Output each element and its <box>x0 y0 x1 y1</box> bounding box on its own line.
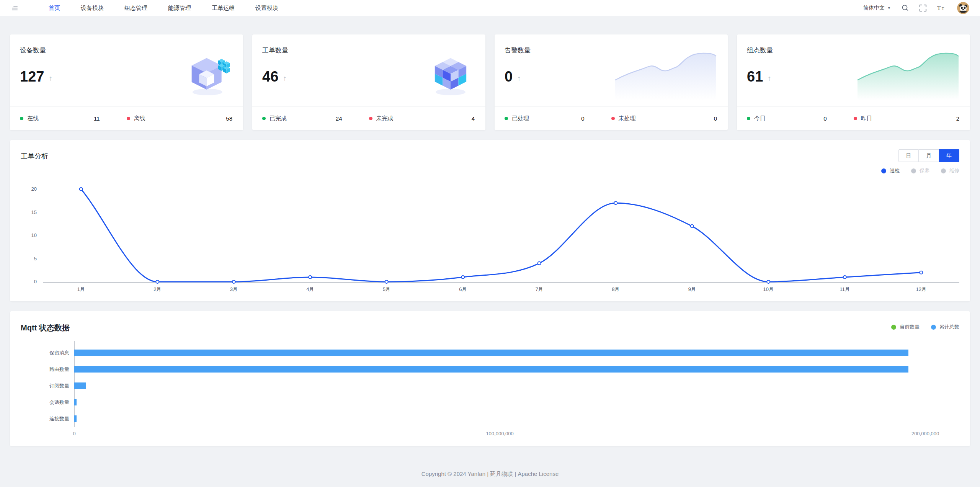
bar-row-3: 会话数量 <box>21 394 959 410</box>
stat-today: 今日 0 <box>747 115 854 122</box>
trend-up-icon: ↑ <box>517 74 521 85</box>
stat-unhandled: 未处理 0 <box>611 115 718 122</box>
device-count-card: 设备数量 127 ↑ <box>10 34 243 130</box>
y-tick-label: 20 <box>31 186 37 192</box>
workorder-line-chart: 05101520 1月2月3月4月5月6月7月8月9月10月11月12月 <box>21 183 959 292</box>
green-dot-icon <box>20 117 23 120</box>
card-title: 工单数量 <box>262 46 288 55</box>
bar-category-label: 连接数量 <box>21 415 74 422</box>
workorder-cube-illustration <box>364 44 475 106</box>
panel-title: 工单分析 <box>21 152 48 161</box>
bar-category-label: 保留消息 <box>21 350 74 356</box>
red-dot-icon <box>369 117 372 120</box>
legend-item-1[interactable]: 保养 <box>911 167 929 174</box>
card-value: 46 <box>262 69 278 85</box>
card-value: 61 <box>747 69 763 85</box>
x-axis-labels: 1月2月3月4月5月6月7月8月9月10月11月12月 <box>43 282 959 292</box>
x-tick-label: 11月 <box>807 283 883 292</box>
nav-item-5[interactable]: 设置模块 <box>245 0 289 16</box>
bar-chart-x-ticks: 0100,000,000200,000,000 <box>74 427 959 437</box>
stat-uncompleted: 未完成 4 <box>369 115 476 122</box>
y-tick-label: 5 <box>34 256 37 261</box>
stat-handled: 已处理 0 <box>505 115 611 122</box>
bar-x-tick-label: 100,000,000 <box>486 431 513 436</box>
line-series-xunjian <box>81 189 921 282</box>
data-point-marker <box>538 262 541 265</box>
nav-right: 简体中文 ▼ T T <box>863 2 969 14</box>
x-tick-label: 3月 <box>196 283 272 292</box>
x-tick-label: 10月 <box>730 283 807 292</box>
bar-category-label: 会话数量 <box>21 399 74 406</box>
search-icon[interactable] <box>902 4 909 11</box>
card-title: 组态数量 <box>747 46 773 55</box>
line-chart-legend: 巡检保养维修 <box>881 167 959 174</box>
range-toggle-2[interactable]: 年 <box>939 149 959 162</box>
legend-dot-icon <box>911 168 916 173</box>
bar-total-series <box>74 382 86 389</box>
y-tick-label: 10 <box>31 232 37 238</box>
legend-dot-icon <box>941 168 946 173</box>
font-size-icon[interactable]: T T <box>937 5 946 11</box>
avatar[interactable] <box>957 2 969 14</box>
x-tick-label: 8月 <box>578 283 654 292</box>
svg-text:T: T <box>942 7 944 11</box>
x-tick-label: 2月 <box>119 283 196 292</box>
nav-item-0[interactable]: 首页 <box>38 0 70 16</box>
mqtt-legend-item-1[interactable]: 累计总数 <box>931 324 959 330</box>
bar-row-2: 订阅数量 <box>21 378 959 394</box>
card-title: 设备数量 <box>20 46 52 55</box>
y-tick-label: 0 <box>34 279 37 284</box>
bar-row-0: 保留消息 <box>21 345 959 361</box>
bar-x-tick-label: 0 <box>73 431 75 436</box>
bar-total-series <box>74 366 908 373</box>
stat-offline: 离线 58 <box>127 115 234 122</box>
data-point-marker <box>461 276 464 279</box>
svg-text:T: T <box>937 5 941 11</box>
green-dot-icon <box>747 117 750 120</box>
bar-x-tick-label: 200,000,000 <box>911 431 939 436</box>
bar-row-1: 路由数量 <box>21 361 959 378</box>
data-point-marker <box>920 271 923 274</box>
legend-item-0[interactable]: 巡检 <box>881 167 900 174</box>
bar-chart-legend: 当前数量累计总数 <box>891 324 959 330</box>
x-tick-label: 12月 <box>883 283 960 292</box>
menu-fold-icon[interactable] <box>11 4 19 12</box>
data-point-marker <box>843 276 846 279</box>
card-title: 告警数量 <box>505 46 531 55</box>
x-tick-label: 5月 <box>348 283 425 292</box>
nav-item-2[interactable]: 组态管理 <box>114 0 158 16</box>
y-tick-label: 15 <box>31 209 37 215</box>
range-toggle-0[interactable]: 日 <box>898 149 919 162</box>
card-value: 127 <box>20 69 44 85</box>
data-point-marker <box>614 201 617 204</box>
nav-item-3[interactable]: 能源管理 <box>158 0 201 16</box>
bar-category-label: 订阅数量 <box>21 382 74 389</box>
legend-dot-icon <box>931 325 936 330</box>
language-select[interactable]: 简体中文 ▼ <box>863 5 891 11</box>
bar-category-label: 路由数量 <box>21 366 74 373</box>
green-dot-icon <box>505 117 508 120</box>
legend-item-2[interactable]: 维修 <box>941 167 959 174</box>
alarm-sparkline-chart <box>607 44 718 106</box>
dashboard-main: 设备数量 127 ↑ <box>0 16 980 478</box>
nav-item-4[interactable]: 工单运维 <box>201 0 245 16</box>
line-plot-area: 1月2月3月4月5月6月7月8月9月10月11月12月 <box>43 183 959 292</box>
stat-online: 在线 11 <box>20 115 127 122</box>
fullscreen-icon[interactable] <box>920 5 926 11</box>
scada-sparkline-chart <box>849 44 960 106</box>
mqtt-legend-item-0[interactable]: 当前数量 <box>891 324 920 330</box>
workorder-analysis-panel: 工单分析 日月年 巡检保养维修 05101520 1月2月3月4月5月6月7月8… <box>10 140 970 301</box>
mqtt-status-panel: Mqtt 状态数据 当前数量累计总数 保留消息路由数量订阅数量会话数量连接数量 … <box>10 311 970 446</box>
red-dot-icon <box>854 117 857 120</box>
mqtt-bar-chart: 保留消息路由数量订阅数量会话数量连接数量 0100,000,000200,000… <box>21 345 959 437</box>
stat-completed: 已完成 24 <box>262 115 369 122</box>
copyright-footer: Copyright © 2024 Yanfan | 延凡物联 | Apache … <box>10 471 970 478</box>
legend-dot-icon <box>891 325 896 330</box>
scada-count-card: 组态数量 61 ↑ <box>737 34 970 130</box>
red-dot-icon <box>127 117 130 120</box>
nav-item-1[interactable]: 设备模块 <box>70 0 114 16</box>
x-tick-label: 4月 <box>272 283 349 292</box>
panel-title: Mqtt 状态数据 <box>21 323 70 333</box>
range-toggle-1[interactable]: 月 <box>919 149 939 162</box>
top-nav: 首页设备模块组态管理能源管理工单运维设置模块 简体中文 ▼ T T <box>0 0 980 16</box>
